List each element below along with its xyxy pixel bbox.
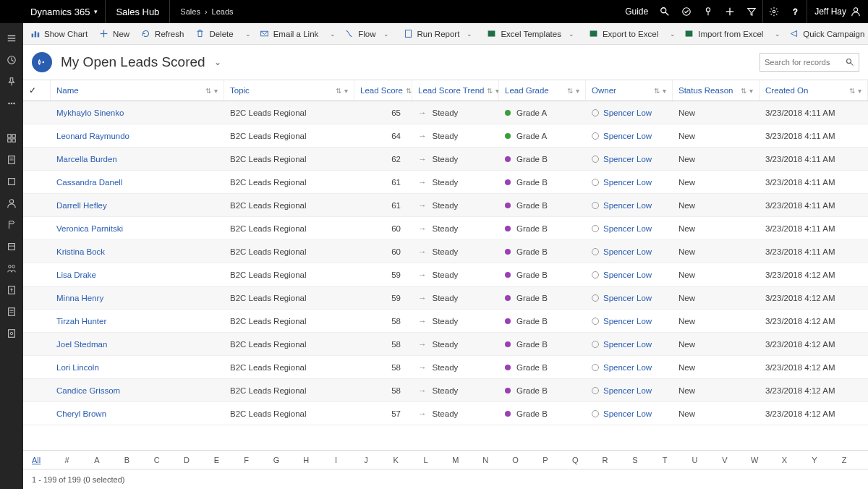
import-split-chevron[interactable]: ⌄ — [772, 30, 783, 38]
col-score[interactable]: Lead Score⇅▾ — [354, 80, 412, 101]
alpha-V[interactable]: V — [710, 456, 739, 464]
lead-owner[interactable]: Spencer Low — [586, 317, 673, 326]
col-status[interactable]: Status Reason⇅▾ — [673, 80, 760, 101]
crumb-leads[interactable]: Leads — [212, 7, 234, 16]
alpha-Y[interactable]: Y — [799, 456, 829, 464]
alpha-Z[interactable]: Z — [830, 456, 859, 464]
alpha-L[interactable]: L — [411, 456, 441, 464]
alpha-E[interactable]: E — [202, 456, 231, 464]
sort-icon[interactable]: ⇅ — [487, 87, 493, 95]
table-row[interactable]: Kristina BockB2C Leads Regional60→Steady… — [23, 240, 868, 263]
nav-accounts-icon[interactable] — [0, 171, 23, 192]
table-row[interactable]: Darrell HefleyB2C Leads Regional61→Stead… — [23, 194, 868, 217]
nav-leads-icon[interactable] — [0, 214, 23, 236]
lead-owner[interactable]: Spencer Low — [586, 363, 673, 372]
filter-icon[interactable]: ▾ — [663, 87, 666, 95]
flow-button[interactable]: Flow⌄ — [339, 23, 397, 44]
nav-opportunities-icon[interactable] — [0, 236, 23, 258]
filter-icon[interactable]: ▾ — [214, 87, 218, 95]
table-row[interactable]: Cassandra DanellB2C Leads Regional61→Ste… — [23, 171, 868, 194]
col-created[interactable]: Created On⇅▾ — [760, 80, 868, 101]
lead-name-link[interactable]: Cassandra Danell — [51, 178, 224, 187]
sort-icon[interactable]: ⇅ — [205, 87, 211, 95]
search-icon[interactable] — [654, 0, 676, 23]
lead-name-link[interactable]: Lori Lincoln — [51, 363, 224, 372]
alpha-F[interactable]: F — [231, 456, 261, 464]
alpha-D[interactable]: D — [171, 456, 201, 464]
sort-icon[interactable]: ⇅ — [654, 87, 660, 95]
alpha-K[interactable]: K — [381, 456, 411, 464]
lead-name-link[interactable]: Marcella Burden — [51, 155, 224, 163]
nav-activities-icon[interactable] — [0, 149, 23, 171]
nav-invoices-icon[interactable] — [0, 323, 23, 344]
lead-owner[interactable]: Spencer Low — [586, 340, 673, 349]
table-row[interactable]: Candice GrissomB2C Leads Regional58→Stea… — [23, 379, 868, 402]
alpha-H[interactable]: H — [292, 456, 321, 464]
help-icon[interactable]: ? — [785, 0, 807, 23]
email-link-button[interactable]: Email a Link — [254, 23, 325, 44]
alpha-J[interactable]: J — [351, 456, 380, 464]
lead-owner[interactable]: Spencer Low — [586, 386, 673, 395]
lead-name-link[interactable]: Mykhaylo Sinenko — [51, 109, 224, 117]
search-input[interactable]: Search for records — [760, 53, 859, 72]
alpha-X[interactable]: X — [770, 456, 799, 464]
table-row[interactable]: Mykhaylo SinenkoB2C Leads Regional65→Ste… — [23, 101, 868, 124]
alpha-R[interactable]: R — [590, 456, 620, 464]
table-row[interactable]: Joel StedmanB2C Leads Regional58→SteadyG… — [23, 333, 868, 356]
nav-competitors-icon[interactable] — [0, 258, 23, 279]
filter-icon[interactable]: ▾ — [344, 87, 348, 95]
nav-menu-icon[interactable] — [0, 27, 23, 49]
guide-link[interactable]: Guide — [619, 7, 654, 17]
sort-icon[interactable]: ⇅ — [741, 87, 746, 95]
lead-owner[interactable]: Spencer Low — [586, 178, 673, 187]
col-topic[interactable]: Topic⇅▾ — [224, 80, 354, 101]
lead-owner[interactable]: Spencer Low — [586, 294, 673, 302]
hub-name[interactable]: Sales Hub — [106, 7, 169, 17]
brand-dropdown[interactable]: Dynamics 365 ▾ — [23, 7, 105, 17]
table-row[interactable]: Tirzah HunterB2C Leads Regional58→Steady… — [23, 310, 868, 333]
alpha-B[interactable]: B — [112, 456, 142, 464]
lead-name-link[interactable]: Veronica Parnitski — [51, 224, 224, 233]
alpha-C[interactable]: C — [142, 456, 171, 464]
grid-body[interactable]: Mykhaylo SinenkoB2C Leads Regional65→Ste… — [23, 101, 868, 450]
lead-owner[interactable]: Spencer Low — [586, 247, 673, 256]
add-icon[interactable] — [719, 0, 741, 23]
alpha-P[interactable]: P — [530, 456, 560, 464]
table-row[interactable]: Veronica ParnitskiB2C Leads Regional60→S… — [23, 217, 868, 240]
nav-quotes-icon[interactable] — [0, 279, 23, 301]
lead-name-link[interactable]: Kristina Bock — [51, 247, 224, 256]
lead-owner[interactable]: Spencer Low — [586, 132, 673, 140]
view-selector-chevron[interactable]: ⌄ — [214, 57, 221, 67]
lead-name-link[interactable]: Lisa Drake — [51, 271, 224, 279]
new-button[interactable]: New — [93, 23, 135, 44]
alpha-G[interactable]: G — [261, 456, 291, 464]
table-row[interactable]: Lisa DrakeB2C Leads Regional59→SteadyGra… — [23, 263, 868, 286]
lead-owner[interactable]: Spencer Low — [586, 109, 673, 117]
col-owner[interactable]: Owner⇅▾ — [586, 80, 673, 101]
delete-split-chevron[interactable]: ⌄ — [242, 30, 254, 38]
col-grade[interactable]: Lead Grade⇅▾ — [499, 80, 586, 101]
alpha-U[interactable]: U — [680, 456, 710, 464]
select-all-checkbox[interactable]: ✓ — [23, 80, 51, 101]
assistant-icon[interactable] — [697, 0, 719, 23]
table-row[interactable]: Minna HenryB2C Leads Regional59→SteadyGr… — [23, 286, 868, 310]
table-row[interactable]: Leonard RaymundoB2C Leads Regional64→Ste… — [23, 124, 868, 148]
sort-icon[interactable]: ⇅ — [406, 87, 412, 95]
app-launcher-icon[interactable] — [0, 0, 23, 23]
nav-contacts-icon[interactable] — [0, 192, 23, 214]
table-row[interactable]: Cheryl BrownB2C Leads Regional57→SteadyG… — [23, 402, 868, 425]
filter-icon[interactable]: ▾ — [858, 87, 861, 95]
alpha-T[interactable]: T — [650, 456, 680, 464]
lead-owner[interactable]: Spencer Low — [586, 155, 673, 163]
sort-icon[interactable]: ⇅ — [849, 87, 855, 95]
user-menu[interactable]: Jeff Hay — [807, 7, 868, 17]
nav-recent-icon[interactable] — [0, 49, 23, 71]
lead-name-link[interactable]: Tirzah Hunter — [51, 317, 224, 326]
sort-icon[interactable]: ⇅ — [336, 87, 341, 95]
import-excel-button[interactable]: Import from Excel — [678, 23, 769, 44]
lead-name-link[interactable]: Cheryl Brown — [51, 409, 224, 418]
alpha-N[interactable]: N — [471, 456, 501, 464]
alpha-S[interactable]: S — [620, 456, 650, 464]
alpha-all[interactable]: All — [32, 456, 52, 464]
filter-icon[interactable]: ▾ — [749, 87, 753, 95]
